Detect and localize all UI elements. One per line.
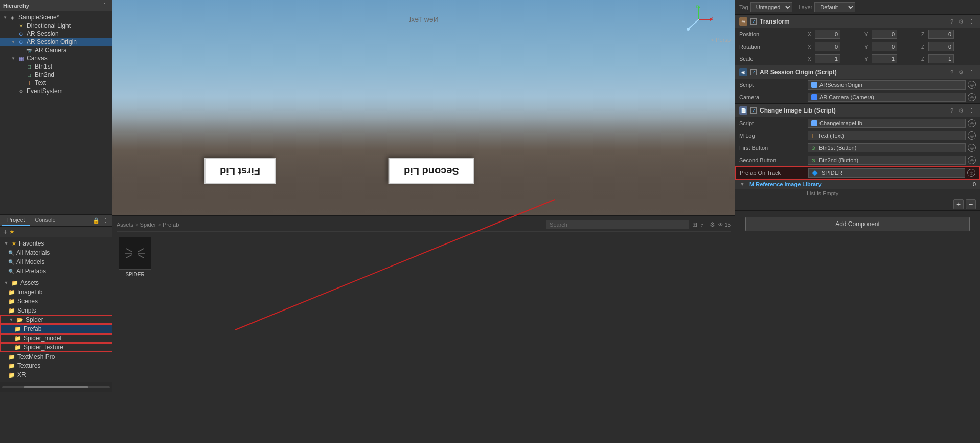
rot-x-input[interactable] — [815, 42, 840, 51]
cil-first-btn-target[interactable]: ◎ — [968, 144, 976, 152]
tree-item-directional-light[interactable]: ☀ Directional Light — [0, 21, 112, 30]
rot-y-input[interactable] — [872, 42, 897, 51]
file-tag-icon[interactable]: 🏷 — [700, 221, 706, 228]
arso-camera-target[interactable]: ◎ — [968, 93, 976, 101]
scrollbar-track[interactable] — [2, 386, 110, 388]
tree-item-btn2nd[interactable]: □ Btn2nd — [0, 71, 112, 79]
cil-check[interactable]: ✓ — [750, 107, 757, 114]
tree-item-text[interactable]: T Text — [0, 79, 112, 87]
tree-item-canvas[interactable]: ▼ ▦ Canvas — [0, 54, 112, 62]
add-btn[interactable]: + — [3, 228, 7, 236]
persp-label: < Persp — [711, 37, 731, 43]
scrollbar-thumb[interactable] — [24, 386, 88, 388]
tree-spider-texture[interactable]: 📁 Spider_texture — [0, 343, 112, 352]
tree-textures[interactable]: 📁 Textures — [0, 361, 112, 370]
panel-menu-btn[interactable]: ⋮ — [101, 217, 110, 225]
assets-header[interactable]: ▼ 📁 Assets — [0, 278, 112, 287]
panel-lock-btn[interactable]: 🔒 — [91, 217, 101, 225]
arso-script-icon: ◉ — [739, 68, 747, 76]
fav-all-materials[interactable]: 🔍 All Materials — [0, 248, 112, 257]
pos-y-input[interactable] — [872, 30, 897, 39]
breadcrumb-sep-1: > — [135, 221, 140, 228]
arso-menu-btn[interactable]: ⋮ — [967, 69, 976, 76]
transform-check[interactable]: ✓ — [750, 18, 757, 25]
tree-imaglib[interactable]: 📁 ImageLib — [0, 287, 112, 297]
transform-header[interactable]: ⊕ ✓ Transform ? ⚙ ⋮ — [735, 15, 980, 28]
tree-textmesh[interactable]: 📁 TextMesh Pro — [0, 352, 112, 361]
rot-y-label: Y — [864, 44, 871, 50]
tree-item-ar-session[interactable]: ⊙ AR Session — [0, 30, 112, 38]
cil-prefab-label: Prefab On Track — [740, 170, 806, 176]
add-component-button[interactable]: Add Component — [745, 217, 970, 231]
prefab-label: Prefab — [24, 325, 41, 333]
btn-icon-first: ⊙ — [811, 145, 815, 151]
prefab-icon-track: 🔷 — [812, 170, 818, 176]
change-image-lib-header[interactable]: 📄 ✓ Change Image Lib (Script) ? ⚙ ⋮ — [735, 104, 980, 117]
arso-help-btn[interactable]: ? — [949, 69, 955, 76]
arso-settings-btn[interactable]: ⚙ — [957, 69, 965, 76]
transform-settings-btn[interactable]: ⚙ — [957, 18, 965, 26]
fav-arrow: ▼ — [3, 240, 9, 247]
arso-script-check[interactable]: ✓ — [750, 69, 757, 75]
project-toolbar: + ★ — [0, 227, 112, 237]
arso-script-title: AR Session Origin (Script) — [760, 69, 946, 76]
tab-console[interactable]: Console — [30, 215, 60, 226]
cil-mlog-target[interactable]: ◎ — [968, 131, 976, 140]
arso-script-target[interactable]: ◎ — [968, 81, 976, 89]
tree-item-ar-camera[interactable]: 📷 AR Camera — [0, 46, 112, 54]
cil-second-btn-target[interactable]: ◎ — [968, 156, 976, 164]
cil-script-target[interactable]: ◎ — [968, 119, 976, 127]
cil-prefab-target[interactable]: ◎ — [967, 169, 975, 177]
rot-z-input[interactable] — [928, 42, 954, 51]
ars-label: AR Session — [27, 30, 59, 37]
sca-x-input[interactable] — [815, 54, 840, 63]
tree-item-ar-session-origin[interactable]: ▼ ⊙ AR Session Origin — [0, 38, 112, 46]
viewport-gizmo: y x — [683, 4, 714, 35]
tab-project[interactable]: Project — [2, 215, 30, 226]
rot-z-field: Z — [921, 42, 976, 51]
search-input[interactable] — [546, 220, 689, 229]
cil-help-btn[interactable]: ? — [949, 107, 955, 115]
cil-menu-btn[interactable]: ⋮ — [967, 107, 976, 115]
tree-item-eventsystem[interactable]: ⚙ EventSystem — [0, 87, 112, 95]
cil-script-row: Script ChangeImageLib ◎ — [735, 117, 980, 129]
dl-arrow — [10, 23, 16, 29]
tree-scripts[interactable]: 📁 Scripts — [0, 306, 112, 315]
pos-z-input[interactable] — [928, 30, 954, 39]
file-grid-icon[interactable]: ⊞ — [692, 221, 697, 228]
tree-item-btn1st[interactable]: □ Btn1st — [0, 62, 112, 71]
layer-dropdown[interactable]: Default — [814, 2, 855, 12]
pos-z-field: Z — [921, 30, 976, 39]
pos-x-input[interactable] — [815, 30, 840, 39]
star-icon: ★ — [9, 228, 15, 235]
tree-prefab[interactable]: 📁 Prefab — [0, 324, 112, 334]
tree-scenes[interactable]: 📁 Scenes — [0, 297, 112, 306]
new-text-value: New Text — [409, 15, 438, 24]
file-settings-icon[interactable]: ⚙ — [710, 221, 715, 228]
hierarchy-menu-btn[interactable]: ⋮ — [100, 2, 109, 9]
evt-arrow — [10, 88, 16, 94]
scenes-folder-icon: 📁 — [8, 298, 15, 305]
tag-dropdown[interactable]: Untagged — [750, 2, 792, 12]
tree-spider-model[interactable]: 📁 Spider_model — [0, 334, 112, 343]
tree-xr[interactable]: 📁 XR — [0, 370, 112, 380]
favorites-header[interactable]: ▼ ★ Favorites — [0, 239, 112, 248]
fav-all-models[interactable]: 🔍 All Models — [0, 257, 112, 267]
sca-y-input[interactable] — [872, 54, 897, 63]
cil-script-value: ChangeImageLib — [819, 120, 862, 126]
cil-mlog-row: M Log T Text (Text) ◎ — [735, 129, 980, 142]
tree-spider[interactable]: ▼ 📂 Spider — [0, 315, 112, 324]
scene-root[interactable]: ▼ ◈ SampleScene* — [0, 13, 112, 21]
fav-all-prefabs[interactable]: 🔍 All Prefabs — [0, 267, 112, 276]
file-item-spider[interactable]: SPIDER — [117, 235, 153, 279]
ar-session-origin-script-header[interactable]: ◉ ✓ AR Session Origin (Script) ? ⚙ ⋮ — [735, 65, 980, 79]
remove-element-btn[interactable]: − — [966, 199, 976, 209]
arso-camera-label: Camera — [739, 94, 806, 100]
ars-arrow — [10, 31, 16, 37]
transform-menu-btn[interactable]: ⋮ — [967, 18, 976, 26]
sca-z-input[interactable] — [928, 54, 954, 63]
add-element-btn[interactable]: + — [953, 199, 964, 209]
transform-help-btn[interactable]: ? — [949, 18, 955, 26]
cil-settings-btn[interactable]: ⚙ — [957, 107, 965, 115]
sca-x-label: X — [808, 56, 814, 62]
